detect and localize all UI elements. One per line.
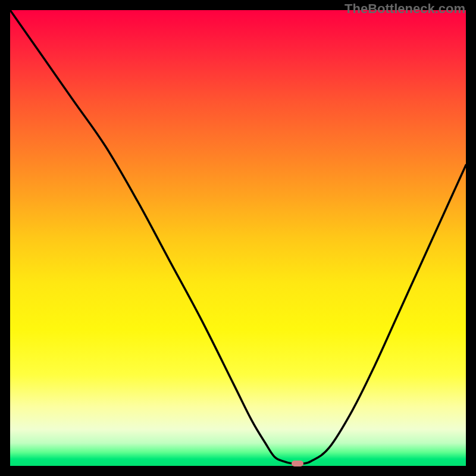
optimal-marker (292, 461, 303, 466)
watermark-text: TheBottleneck.com (345, 1, 465, 17)
chart-container: TheBottleneck.com (0, 0, 476, 476)
bottleneck-curve (10, 10, 466, 466)
